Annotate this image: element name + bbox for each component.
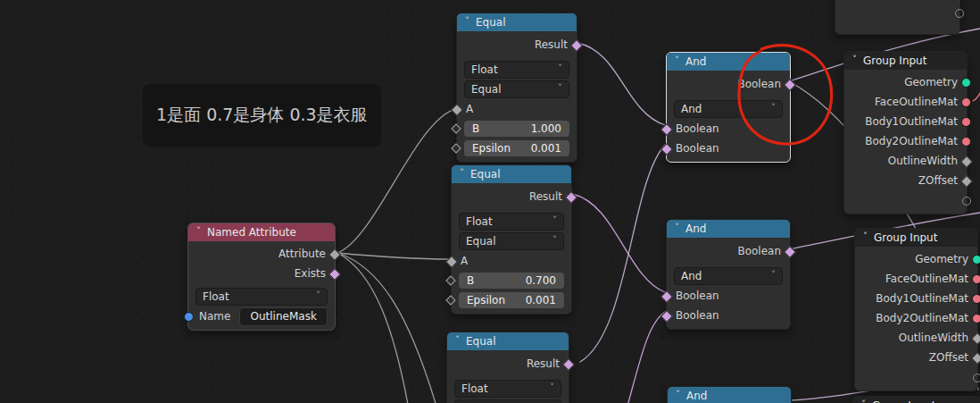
node-partial-top[interactable]: ZOffset <box>835 0 960 35</box>
node-title: Named Attribute <box>207 226 296 239</box>
socket-float-output[interactable] <box>971 332 980 345</box>
socket-material-output[interactable] <box>972 314 980 323</box>
output-label: Body1OutlineMat <box>865 115 958 128</box>
output-label: OutlineWidth <box>888 155 958 167</box>
socket-boolean-input-1[interactable] <box>660 290 673 303</box>
data-type-dropdown[interactable]: Float ˅ <box>459 213 564 231</box>
node-header: ˅ Equal <box>457 13 577 31</box>
chevron-down-icon: ˅ <box>316 291 320 300</box>
socket-material-output[interactable] <box>961 97 971 107</box>
field-label: Epsilon <box>467 294 505 306</box>
data-type-dropdown[interactable]: Float ˅ <box>195 288 328 306</box>
chevron-down-icon: ˅ <box>552 216 557 225</box>
socket-result-output[interactable] <box>570 39 583 52</box>
socket-geometry-output[interactable] <box>972 255 980 264</box>
socket-a-input[interactable] <box>445 256 458 268</box>
epsilon-value-field[interactable]: Epsilon 0.001 <box>464 140 569 156</box>
socket-result-output[interactable] <box>562 358 575 371</box>
data-type-dropdown[interactable]: Float ˅ <box>464 61 569 79</box>
output-label: FaceOutlineMat <box>885 273 968 285</box>
collapse-chevron-icon[interactable]: ˅ <box>460 169 464 178</box>
node-group-input-1[interactable]: ˅ Group Input Geometry FaceOutlineMat Bo… <box>843 51 968 214</box>
socket-boolean-input-2[interactable] <box>660 310 673 323</box>
socket-material-output[interactable] <box>961 117 971 127</box>
socket-boolean-output[interactable] <box>784 246 796 258</box>
output-label: Result <box>535 38 568 51</box>
node-header: ˅ Group Input <box>853 397 980 403</box>
socket-geometry-output[interactable] <box>961 78 971 88</box>
socket-epsilon-input[interactable] <box>451 143 461 153</box>
socket-material-output[interactable] <box>972 274 980 284</box>
collapse-chevron-icon[interactable]: ˅ <box>852 55 857 64</box>
output-label: Attribute <box>278 248 326 260</box>
operation-dropdown[interactable]: Equal ˅ <box>464 80 569 98</box>
operation-dropdown[interactable]: And ˅ <box>674 267 783 285</box>
data-type-dropdown[interactable]: Float ˅ <box>454 380 561 398</box>
node-title: And <box>685 222 706 235</box>
chevron-down-icon: ˅ <box>558 64 562 73</box>
frame-comment[interactable]: 1是面 0.7是身体 0.3是衣服 <box>143 84 381 147</box>
socket-material-output[interactable] <box>972 294 980 304</box>
attribute-name-field[interactable]: OutlineMask <box>239 307 328 326</box>
socket-boolean-input-2[interactable] <box>660 143 673 155</box>
socket-result-output[interactable] <box>565 191 577 204</box>
output-label: ZOffset <box>918 174 958 187</box>
comment-text: 1是面 0.7是身体 0.3是衣服 <box>156 104 368 127</box>
socket-float-output[interactable] <box>960 155 973 168</box>
wire-equal3-to-and1 <box>580 145 665 362</box>
collapse-chevron-icon[interactable]: ˅ <box>675 56 679 65</box>
collapse-chevron-icon[interactable]: ˅ <box>196 227 201 236</box>
node-equal-1[interactable]: ˅ Equal Result Float ˅ Equal ˅ A B 1.000… <box>456 13 577 163</box>
field-value: 0.001 <box>531 142 561 155</box>
socket-boolean-output[interactable] <box>784 79 796 91</box>
socket-float-output[interactable] <box>971 352 980 365</box>
socket-virtual-output[interactable] <box>955 9 964 18</box>
socket-epsilon-input[interactable] <box>445 295 455 305</box>
socket-a-input[interactable] <box>451 104 463 116</box>
epsilon-value-field[interactable]: Epsilon 0.001 <box>459 292 564 308</box>
output-label: Boolean <box>737 78 781 90</box>
collapse-chevron-icon[interactable]: ˅ <box>675 223 679 232</box>
input-label: A <box>466 103 473 115</box>
socket-boolean-input-1[interactable] <box>660 123 673 136</box>
socket-virtual-output[interactable] <box>973 374 980 382</box>
collapse-chevron-icon[interactable]: ˅ <box>465 17 469 26</box>
node-and-3[interactable]: ˅ And <box>667 386 792 403</box>
input-label: A <box>461 255 468 267</box>
input-label: Boolean <box>676 122 719 135</box>
chevron-down-icon: ˅ <box>552 236 557 245</box>
output-label: Result <box>529 190 562 203</box>
socket-b-input[interactable] <box>451 123 461 133</box>
node-group-input-2[interactable]: ˅ Group Input Geometry FaceOutlineMat Bo… <box>854 228 978 391</box>
socket-virtual-output[interactable] <box>962 197 971 206</box>
socket-exists-output[interactable] <box>328 268 341 281</box>
output-label: Result <box>527 357 560 370</box>
output-label: ZOffset <box>929 351 968 364</box>
node-and-1[interactable]: ˅ And Boolean And ˅ Boolean Boolean <box>666 52 791 163</box>
dropdown-value: Float <box>461 382 488 395</box>
node-and-2[interactable]: ˅ And Boolean And ˅ Boolean Boolean <box>666 219 791 330</box>
socket-float-output[interactable] <box>960 175 973 188</box>
node-partial-bottom[interactable]: ˅ Group Input <box>852 396 980 403</box>
node-header: ˅ Group Input <box>855 229 977 247</box>
node-named-attribute[interactable]: ˅ Named Attribute Attribute Exists Float… <box>187 222 336 331</box>
wire-faceoutlinemat <box>973 82 980 101</box>
wire-attribute-to-equal2 <box>337 253 450 259</box>
node-equal-3[interactable]: ˅ Equal Result Float ˅ <box>446 332 569 403</box>
operation-dropdown[interactable]: Equal ˅ <box>459 232 564 250</box>
socket-material-output[interactable] <box>961 137 971 147</box>
collapse-chevron-icon[interactable]: ˅ <box>455 336 460 345</box>
b-value-field[interactable]: B 1.000 <box>464 121 569 137</box>
output-label: Exists <box>295 267 326 280</box>
operation-dropdown[interactable] <box>454 399 561 403</box>
b-value-field[interactable]: B 0.700 <box>459 273 564 289</box>
socket-attribute-output[interactable] <box>328 248 341 261</box>
socket-b-input[interactable] <box>445 275 455 285</box>
operation-dropdown[interactable]: And ˅ <box>674 100 783 118</box>
node-title: Equal <box>476 16 506 29</box>
socket-float-output[interactable] <box>953 0 966 1</box>
node-equal-2[interactable]: ˅ Equal Result Float ˅ Equal ˅ A B 0.700… <box>451 164 572 315</box>
socket-name-input[interactable] <box>184 312 194 322</box>
collapse-chevron-icon[interactable]: ˅ <box>676 390 680 399</box>
collapse-chevron-icon[interactable]: ˅ <box>863 232 868 241</box>
